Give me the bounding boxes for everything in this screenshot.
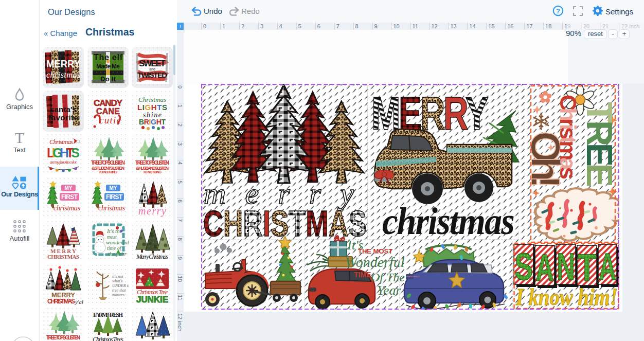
svg-text:Of The: Of The bbox=[371, 271, 405, 284]
svg-text:Wonderful: Wonderful bbox=[345, 254, 405, 270]
svg-text:?: ? bbox=[556, 7, 560, 15]
svg-text:A: A bbox=[599, 245, 616, 288]
svg-text:A: A bbox=[535, 246, 554, 289]
svg-text:EMERGENCY: EMERGENCY bbox=[406, 275, 420, 278]
svg-text:T: T bbox=[578, 246, 596, 289]
svg-text:S: S bbox=[514, 245, 533, 288]
svg-text:Year: Year bbox=[377, 283, 402, 298]
svg-text:N: N bbox=[557, 245, 575, 288]
svg-text:I know him!: I know him! bbox=[515, 284, 618, 310]
svg-text:TREE: TREE bbox=[579, 102, 619, 186]
svg-text:TIME: TIME bbox=[354, 271, 371, 279]
svg-text:christmas: christmas bbox=[382, 200, 514, 242]
svg-text:MERRY: MERRY bbox=[371, 88, 488, 139]
svg-text:Christmas: Christmas bbox=[556, 95, 581, 179]
